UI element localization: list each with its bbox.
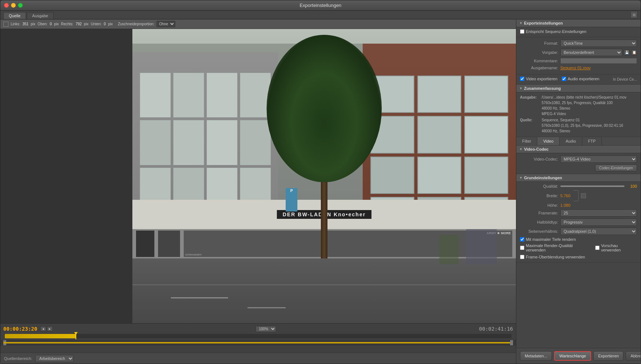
- breite-row: Breite: 5.760: [520, 190, 637, 201]
- close-button[interactable]: [4, 3, 9, 8]
- tab-quelle[interactable]: Quelle: [3, 12, 26, 19]
- codec-settings-button[interactable]: Codec-Einstellungen: [595, 165, 637, 172]
- foreground-object2: [439, 235, 458, 264]
- video-codec-block: Video-Codec: MPEG-4 Video Codec-Einstell…: [516, 153, 641, 174]
- inner-tab-bar: Filter Video Audio FTP: [516, 137, 641, 146]
- export-checkboxes-block: Video exportieren Audio exportieren In D…: [516, 74, 641, 85]
- zusammenfassung-header[interactable]: ▼ Zusammenfassung: [516, 85, 641, 92]
- ausgabename-label: Ausgabename:: [520, 66, 560, 70]
- kommentare-label: Kommentare:: [520, 59, 560, 63]
- grundeinstellungen-header[interactable]: ▼ Grundeinstellungen: [516, 174, 641, 182]
- quelle-row: Quelle: Sequence, Sequenz 015760x1080 (1…: [520, 117, 637, 134]
- tab-audio[interactable]: Audio: [560, 137, 582, 145]
- crop-icon: [3, 22, 8, 27]
- quellenbereich-select[interactable]: Arbeitsbereich: [35, 355, 74, 362]
- codec-label: Video-Codec:: [520, 157, 560, 161]
- timeline-bar[interactable]: [5, 334, 512, 338]
- tab-ftp[interactable]: FTP: [582, 137, 602, 145]
- export-settings-header[interactable]: ▼ Exporteinstellungen: [516, 19, 641, 27]
- maximize-button[interactable]: [18, 3, 23, 8]
- max-render-row: Maximale Render-Qualität verwenden: [520, 243, 591, 252]
- bottom-bar: Quellenbereich: Arbeitsbereich: [0, 353, 516, 364]
- video-frame: DER BW-LADEN Kno•echer schiessbahn ARMY …: [132, 29, 516, 323]
- format-row: Format: QuickTime: [520, 40, 637, 47]
- pix3: pix: [84, 22, 89, 26]
- hoehe-value: 1.080: [560, 203, 571, 207]
- ausgabename-link[interactable]: Sequenz 01.mov: [560, 66, 591, 70]
- vorgabe-save-button[interactable]: 💾: [624, 49, 630, 55]
- abbrechen-button[interactable]: Abbrechen: [626, 351, 641, 361]
- panel-expand-button[interactable]: ⊞: [630, 11, 638, 18]
- video-export-checkbox[interactable]: [520, 77, 524, 81]
- zoom-select[interactable]: 100%: [256, 326, 276, 332]
- timeline-area: 00:00:23:20 ◄ ► 100% 00:02:41:16: [0, 323, 516, 353]
- zusammenfassung-title: Zusammenfassung: [524, 86, 561, 91]
- warteschlange-button[interactable]: Warteschlange: [554, 351, 591, 361]
- sequence-settings-block: Entspricht Sequenz-Einstellungen: [516, 27, 641, 37]
- framerate-label: Framerate:: [520, 211, 560, 215]
- kommentare-content: [560, 58, 637, 64]
- ausgabe-val: /Users/...ideos (bitte nicht löschen)/Se…: [542, 95, 626, 117]
- tab-ausgabe[interactable]: Ausgabe: [27, 12, 54, 19]
- breite-label: Breite:: [520, 194, 560, 198]
- entspricht-checkbox[interactable]: [520, 29, 524, 34]
- vorgabe-new-button[interactable]: 📋: [631, 49, 637, 55]
- max-tiefe-checkbox[interactable]: [520, 237, 524, 242]
- hoehe-label: Höhe:: [520, 203, 560, 207]
- quelle-key: Quelle:: [520, 117, 540, 134]
- vorschau-label: Vorschau verwenden: [601, 243, 637, 252]
- metadaten-button[interactable]: Metadaten...: [520, 351, 552, 361]
- foreground-object: [466, 229, 497, 264]
- timeline-marker: [74, 332, 78, 335]
- frame-blend-checkbox[interactable]: [520, 255, 524, 259]
- halbbild-select[interactable]: Progressiv: [560, 218, 637, 226]
- vorgabe-select[interactable]: Benutzerdefiniert: [560, 49, 622, 56]
- video-codec-title: Video-Codec: [524, 147, 549, 151]
- ausgabename-row: Ausgabename: Sequenz 01.mov: [520, 66, 637, 70]
- links-value: 351: [22, 22, 29, 26]
- right-panel-scroll[interactable]: ▼ Exporteinstellungen Entspricht Sequenz…: [516, 19, 641, 348]
- collapse-triangle-grund: ▼: [519, 176, 523, 180]
- timeline-end-handle[interactable]: [510, 340, 513, 345]
- export-settings-title: Exporteinstellungen: [524, 21, 563, 25]
- links-label: Links:: [11, 22, 20, 26]
- vorgabe-label: Vorgabe:: [520, 50, 560, 55]
- framerate-select[interactable]: 25: [560, 209, 637, 217]
- breite-content: 5.760: [560, 190, 637, 201]
- bottom-buttons: Metadaten... Warteschlange Exportieren A…: [516, 348, 641, 364]
- summary-block: Ausgabe: /Users/...ideos (bitte nicht lö…: [516, 92, 641, 137]
- zuschneide-select[interactable]: Ohne: [157, 21, 175, 27]
- current-timecode: 00:00:23:20: [3, 326, 37, 332]
- zuschneide-label: Zuschneideproportion:: [118, 22, 154, 26]
- qualitaet-slider-fill: [560, 185, 624, 187]
- left-panel: Links: 351 pix Oben: 0 pix Rechts: 792 p…: [0, 19, 516, 364]
- bottom-timeline-bar[interactable]: [0, 340, 516, 346]
- audio-export-checkbox[interactable]: [562, 77, 566, 81]
- frame-blend-label: Frame-Überblendung verwenden: [526, 255, 585, 259]
- minimize-button[interactable]: [11, 3, 16, 8]
- max-render-checkbox[interactable]: [520, 246, 524, 250]
- prev-frame-button[interactable]: ◄: [40, 326, 46, 331]
- exportieren-button[interactable]: Exportieren: [593, 351, 623, 361]
- video-export-label: Video exportieren: [526, 77, 557, 81]
- codec-select[interactable]: MPEG-4 Video: [560, 155, 637, 163]
- seitenverhaeltnis-select[interactable]: Quadratpixel (1,0): [560, 228, 637, 235]
- rechts-label: Rechts:: [61, 22, 73, 26]
- lock-dimension-checkbox[interactable]: [581, 193, 586, 198]
- format-block: Format: QuickTime Vorgabe: Benutzerdefin…: [516, 37, 641, 74]
- next-frame-button[interactable]: ►: [47, 326, 53, 331]
- codec-content: MPEG-4 Video: [560, 155, 637, 163]
- qualitaet-slider-track[interactable]: [560, 185, 624, 187]
- seitenverhaeltnis-row: Seitenverhältnis: Quadratpixel (1,0): [520, 228, 637, 235]
- timeline-progress: [5, 334, 76, 338]
- format-select[interactable]: QuickTime: [560, 40, 637, 47]
- tab-video[interactable]: Video: [537, 137, 560, 145]
- framerate-content: 25: [560, 209, 637, 217]
- kommentare-input[interactable]: [560, 58, 637, 64]
- qualitaet-label: Qualität:: [520, 184, 560, 188]
- ausgabe-row: Ausgabe: /Users/...ideos (bitte nicht lö…: [520, 95, 637, 117]
- tab-filter[interactable]: Filter: [516, 137, 537, 145]
- vorschau-checkbox[interactable]: [595, 246, 600, 250]
- hoehe-row: Höhe: 1.080: [520, 203, 637, 207]
- video-codec-header[interactable]: ▼ Video-Codec: [516, 146, 641, 153]
